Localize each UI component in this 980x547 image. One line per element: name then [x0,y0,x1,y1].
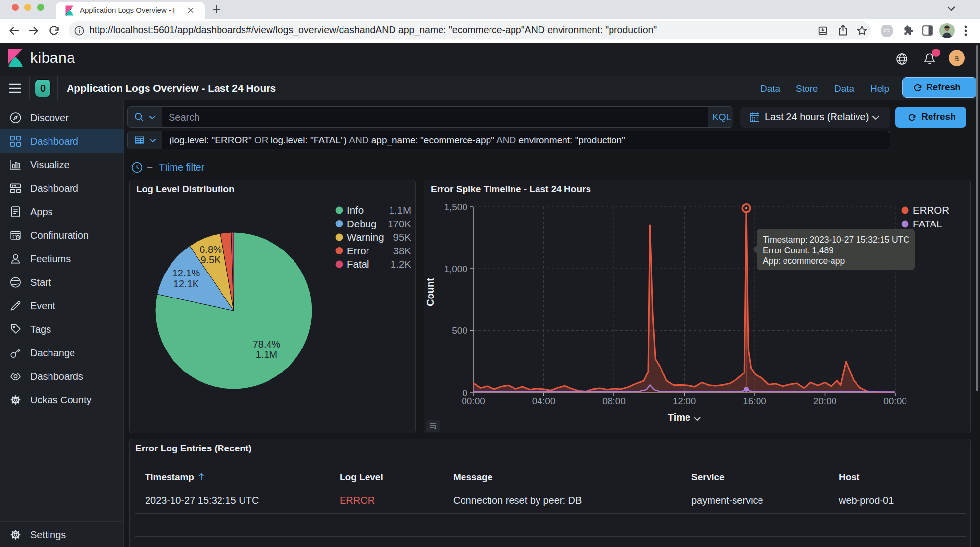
svg-text:170K: 170K [388,218,411,229]
svg-text:00:00: 00:00 [462,396,485,406]
svg-text:00:00: 00:00 [883,396,907,406]
svg-text:78.4%: 78.4% [253,339,281,349]
svg-text:500: 500 [452,325,467,336]
svg-text:16:00: 16:00 [743,396,766,406]
svg-text:12.1%: 12.1% [172,268,200,278]
svg-text:6.8%: 6.8% [199,244,222,255]
svg-text:1.1M: 1.1M [256,349,277,360]
svg-text:Fatal: Fatal [347,258,369,270]
svg-text:Time: Time [668,412,690,423]
svg-text:12.1K: 12.1K [173,278,199,289]
svg-text:FATAL: FATAL [913,218,942,229]
svg-text:04:00: 04:00 [532,396,556,406]
svg-text:Info: Info [347,204,364,216]
svg-text:1.2K: 1.2K [391,258,411,270]
svg-text:1,000: 1,000 [444,264,467,274]
svg-text:95K: 95K [393,231,412,243]
svg-text:9.5K: 9.5K [200,254,221,265]
svg-text:20:00: 20:00 [813,396,837,406]
svg-text:1,500: 1,500 [444,202,467,212]
svg-text:Warning: Warning [347,231,384,243]
svg-text:ERROR: ERROR [913,204,949,216]
svg-text:Debug: Debug [347,218,376,229]
svg-text:1.1M: 1.1M [389,204,411,216]
svg-text:Error: Error [347,245,369,256]
svg-text:38K: 38K [393,245,412,256]
svg-text:12:00: 12:00 [673,396,696,406]
svg-text:Count: Count [425,278,436,306]
svg-text:08:00: 08:00 [602,396,626,406]
